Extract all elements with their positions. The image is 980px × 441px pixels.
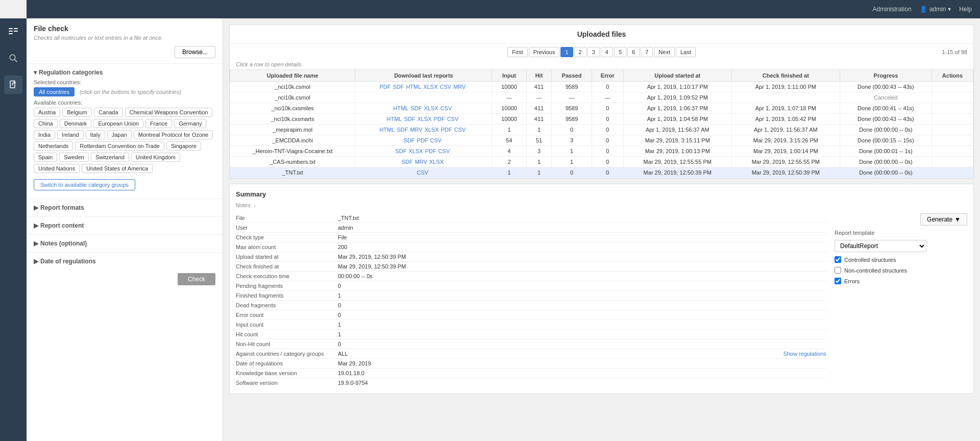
generate-button[interactable]: Generate▼ — [920, 213, 967, 226]
report-link-pdf[interactable]: PDF — [379, 84, 390, 90]
administration-link[interactable]: Administration — [873, 6, 912, 13]
country-tag-montreal-protocol-for-ozone[interactable]: Montreal Protocol for Ozone — [134, 130, 213, 139]
table-row[interactable]: _TNT.txtCSV1100Mar 29, 2019, 12:50:39 PM… — [230, 167, 973, 178]
country-tag-belgium[interactable]: Belgium — [62, 108, 92, 117]
last-page-button[interactable]: Last — [676, 47, 696, 57]
country-tag-germany[interactable]: Germany — [174, 119, 206, 128]
report-link-html[interactable]: HTML — [406, 84, 421, 90]
report-link-xlsx[interactable]: XLSX — [429, 159, 444, 165]
date-regulations-title[interactable]: ▶ Date of regulations — [34, 258, 215, 265]
report-link-csv[interactable]: CSV — [454, 127, 466, 133]
checkbox-ctrl[interactable] — [835, 256, 841, 263]
country-tag-united-nations[interactable]: United Nations — [34, 164, 80, 173]
report-template-select[interactable]: DefaultReport — [835, 240, 926, 252]
country-tag-canada[interactable]: Canada — [94, 108, 123, 117]
checkbox-noctrl[interactable] — [835, 267, 841, 274]
table-row[interactable]: _nci10k.cxsmartsHTMLSDFXLSXPDFCSV1000041… — [230, 114, 973, 125]
report-link-pdf[interactable]: PDF — [425, 148, 436, 154]
report-link-sdf[interactable]: SDF — [404, 137, 415, 143]
country-tag-netherlands[interactable]: Netherlands — [34, 141, 73, 151]
report-link-html[interactable]: HTML — [387, 116, 402, 122]
country-tag-united-states-of-america[interactable]: United States of America — [82, 164, 153, 173]
country-tag-ireland[interactable]: Ireland — [57, 130, 84, 139]
report-link-sdf[interactable]: SDF — [402, 159, 413, 165]
page-7-button[interactable]: 7 — [641, 47, 653, 57]
report-link-xlsx[interactable]: XLSX — [425, 127, 439, 133]
first-page-button[interactable]: First — [507, 47, 527, 57]
check-finished-cell: Mar 29, 2019, 12:55:55 PM — [731, 157, 840, 167]
file-check-title: File check — [27, 18, 223, 35]
report-link-sdf[interactable]: SDF — [396, 148, 407, 154]
all-countries-btn[interactable]: All countries — [34, 87, 75, 96]
switch-category-groups-button[interactable]: Switch to available category groups — [34, 179, 135, 190]
report-link-csv[interactable]: CSV — [417, 169, 429, 176]
country-tag-france[interactable]: France — [145, 119, 172, 128]
upload-started-cell: Apr 1, 2019, 11:56:37 AM — [623, 125, 731, 135]
report-link-csv[interactable]: CSV — [438, 148, 450, 154]
country-tag-spain[interactable]: Spain — [34, 153, 57, 162]
report-link-csv[interactable]: CSV — [447, 116, 459, 122]
report-link-html[interactable]: HTML — [379, 127, 395, 133]
checkbox-errors[interactable] — [835, 278, 841, 284]
table-row[interactable]: _EMCDDA.inchiSDFPDFCSV545130Mar 29, 2019… — [230, 135, 973, 146]
show-regulations-link[interactable]: Show regulations — [783, 351, 826, 357]
report-link-xlsx[interactable]: XLSX — [423, 84, 437, 90]
report-link-sdf[interactable]: SDF — [397, 127, 408, 133]
table-row[interactable]: _nci10k.csmol------------Apr 1, 2019, 1:… — [230, 92, 973, 103]
next-page-button[interactable]: Next — [654, 47, 675, 57]
table-row[interactable]: _nci10k.csmolPDFSDFHTMLXLSXCSVMRV1000041… — [230, 82, 973, 92]
table-row[interactable]: _CAS-numbers.txtSDFMRVXLSX2110Mar 29, 20… — [230, 157, 973, 167]
country-tag-united-kingdom[interactable]: United Kingdom — [131, 153, 180, 162]
report-link-xlsx[interactable]: XLSX — [409, 148, 423, 154]
admin-dropdown[interactable]: admin — [929, 6, 946, 13]
prev-page-button[interactable]: Previous — [529, 47, 560, 57]
report-link-csv[interactable]: CSV — [440, 84, 452, 90]
report-link-sdf[interactable]: SDF — [404, 116, 415, 122]
report-link-csv[interactable]: CSV — [440, 105, 452, 111]
report-link-mrv[interactable]: MRV — [410, 127, 422, 133]
table-row[interactable]: _nci10k.cxsmilesHTMLSDFXLSXCSV1000041195… — [230, 103, 973, 114]
page-2-button[interactable]: 2 — [574, 47, 586, 57]
check-button[interactable]: Check — [178, 273, 215, 285]
report-link-xlsx[interactable]: XLSX — [424, 105, 438, 111]
file-check-icon-btn[interactable] — [4, 76, 22, 94]
page-5-button[interactable]: 5 — [614, 47, 626, 57]
regulation-categories-title[interactable]: ▾ Regulation categories — [34, 69, 215, 76]
table-row[interactable]: _mepirapim.molHTMLSDFMRVXLSXPDFCSV1100Ap… — [230, 125, 973, 135]
page-4-button[interactable]: 4 — [601, 47, 613, 57]
page-1-button[interactable]: 1 — [560, 47, 573, 57]
country-tag-singapore[interactable]: Singapore — [166, 141, 201, 151]
report-link-csv[interactable]: CSV — [430, 137, 442, 143]
browse-button[interactable]: Browse... — [175, 46, 215, 58]
report-link-pdf[interactable]: PDF — [441, 127, 452, 133]
country-tag-switzerland[interactable]: Switzerland — [91, 153, 129, 162]
country-tag-india[interactable]: India — [34, 130, 55, 139]
report-link-pdf[interactable]: PDF — [417, 137, 428, 143]
country-tag-european-union[interactable]: European Union — [93, 119, 143, 128]
report-link-mrv[interactable]: MRV — [453, 84, 465, 90]
report-link-html[interactable]: HTML — [394, 105, 409, 111]
country-tag-sweden[interactable]: Sweden — [59, 153, 89, 162]
country-tag-italy[interactable]: Italy — [86, 130, 105, 139]
country-tag-denmark[interactable]: Denmark — [60, 119, 92, 128]
country-tag-chemical-weapons-convention[interactable]: Chemical Weapons Convention — [125, 108, 213, 117]
report-link-mrv[interactable]: MRV — [415, 159, 427, 165]
page-3-button[interactable]: 3 — [587, 47, 600, 57]
report-formats-title[interactable]: ▶ Report formats — [34, 204, 215, 211]
country-tag-japan[interactable]: Japan — [107, 130, 132, 139]
help-link[interactable]: Help — [959, 6, 972, 13]
search-icon-btn[interactable] — [4, 49, 22, 67]
report-link-pdf[interactable]: PDF — [434, 116, 445, 122]
report-link-sdf[interactable]: SDF — [411, 105, 422, 111]
country-tags: AustriaBelgiumCanadaChemical Weapons Con… — [34, 108, 215, 173]
country-tag-rotterdam-convention-on-trade[interactable]: Rotterdam Convention on Trade — [75, 141, 164, 151]
report-content-title[interactable]: ▶ Report content — [34, 222, 215, 229]
report-link-sdf[interactable]: SDF — [393, 84, 404, 90]
summary-row: Pending fragments0 — [236, 281, 826, 291]
page-6-button[interactable]: 6 — [627, 47, 640, 57]
notes-title[interactable]: ▶ Notes (optional) — [34, 240, 215, 247]
country-tag-austria[interactable]: Austria — [34, 108, 60, 117]
report-link-xlsx[interactable]: XLSX — [418, 116, 432, 122]
table-row[interactable]: _Heroin-TNT-Viagra-Cocaine.txtSDFXLSXPDF… — [230, 146, 973, 157]
country-tag-china[interactable]: China — [34, 119, 58, 128]
